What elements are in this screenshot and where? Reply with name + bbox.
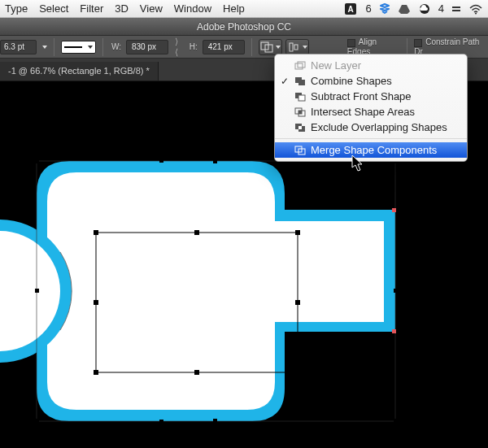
svg-rect-20 bbox=[295, 370, 300, 375]
width-field[interactable] bbox=[126, 40, 168, 54]
subtract-icon bbox=[294, 91, 306, 102]
link-wh-icon[interactable]: ⟩⟨ bbox=[172, 37, 185, 58]
menu-type[interactable]: Type bbox=[5, 2, 28, 15]
svg-rect-37 bbox=[298, 80, 305, 85]
svg-rect-14 bbox=[194, 230, 199, 235]
document-tab[interactable]: -1 @ 66.7% (Rectangle 1, RGB/8) * bbox=[0, 62, 159, 80]
menu-filter[interactable]: Filter bbox=[80, 2, 103, 15]
svg-point-5 bbox=[475, 12, 477, 14]
svg-rect-42 bbox=[298, 111, 302, 114]
path-operations-menu[interactable]: New Layer ✓ Combine Shapes Subtract Fron… bbox=[274, 54, 468, 162]
intersect-icon bbox=[294, 107, 306, 118]
height-field[interactable] bbox=[203, 40, 245, 54]
chevron-down-icon[interactable] bbox=[42, 46, 47, 49]
mac-menubar[interactable]: Type Select Filter 3D View Window Help A… bbox=[0, 0, 488, 18]
svg-rect-3 bbox=[452, 7, 460, 8]
svg-rect-33 bbox=[159, 420, 163, 424]
menu-item-subtract-front-shape[interactable]: Subtract Front Shape bbox=[275, 89, 467, 104]
google-drive-icon[interactable] bbox=[398, 3, 411, 15]
svg-rect-9 bbox=[294, 45, 298, 50]
menu-item-new-layer: New Layer bbox=[275, 58, 467, 73]
svg-rect-27 bbox=[213, 419, 217, 423]
svg-rect-29 bbox=[394, 289, 398, 293]
menu-item-merge-shape-components[interactable]: Merge Shape Components bbox=[275, 142, 467, 158]
svg-rect-31 bbox=[392, 329, 396, 333]
svg-rect-34 bbox=[295, 63, 303, 69]
stroke-weight-field[interactable]: 6.3 pt bbox=[0, 40, 37, 54]
menu-separator bbox=[275, 138, 467, 139]
menu-help[interactable]: Help bbox=[223, 2, 245, 15]
adobe-count: 6 bbox=[366, 2, 372, 15]
svg-rect-17 bbox=[295, 300, 300, 305]
svg-rect-22 bbox=[35, 159, 39, 163]
path-alignment-button[interactable] bbox=[285, 39, 309, 55]
svg-rect-25 bbox=[394, 419, 398, 423]
svg-rect-24 bbox=[35, 419, 39, 423]
svg-rect-30 bbox=[392, 208, 396, 212]
creative-cloud-icon[interactable] bbox=[417, 3, 432, 15]
svg-rect-8 bbox=[290, 43, 293, 51]
path-operations-button[interactable] bbox=[259, 39, 282, 55]
menu-select[interactable]: Select bbox=[39, 2, 68, 15]
menu-item-exclude-overlapping-shapes[interactable]: Exclude Overlapping Shapes bbox=[275, 120, 467, 135]
svg-rect-26 bbox=[213, 159, 217, 163]
height-label: H: bbox=[190, 42, 198, 51]
stroke-style-swatch[interactable] bbox=[61, 41, 96, 54]
menu-item-combine-shapes[interactable]: ✓ Combine Shapes bbox=[275, 73, 467, 89]
cloud-count: 4 bbox=[438, 2, 444, 15]
svg-rect-15 bbox=[295, 230, 300, 235]
exclude-icon bbox=[294, 122, 306, 133]
svg-rect-13 bbox=[94, 230, 98, 235]
menu-view[interactable]: View bbox=[140, 2, 163, 15]
width-label: W: bbox=[111, 42, 121, 51]
height-input[interactable] bbox=[207, 41, 242, 52]
svg-rect-32 bbox=[159, 159, 163, 163]
combine-icon bbox=[294, 76, 306, 87]
dropbox-icon[interactable] bbox=[378, 3, 391, 15]
wifi-icon[interactable] bbox=[468, 3, 483, 15]
menu-3d[interactable]: 3D bbox=[115, 2, 129, 15]
svg-rect-18 bbox=[94, 370, 98, 375]
svg-rect-35 bbox=[298, 62, 305, 67]
svg-rect-16 bbox=[94, 300, 98, 305]
merge-icon bbox=[294, 145, 306, 156]
app-title: Adobe Photoshop CC bbox=[197, 21, 291, 33]
width-input[interactable] bbox=[130, 41, 166, 52]
check-icon: ✓ bbox=[280, 76, 290, 87]
adobe-notification-icon[interactable]: A bbox=[345, 3, 359, 15]
new-layer-icon bbox=[294, 60, 306, 72]
svg-text:A: A bbox=[347, 5, 353, 14]
menu-extra-icon[interactable] bbox=[451, 3, 462, 15]
menu-item-intersect-shape-areas[interactable]: Intersect Shape Areas bbox=[275, 104, 467, 120]
svg-rect-45 bbox=[298, 126, 302, 129]
svg-rect-19 bbox=[194, 370, 199, 375]
svg-rect-28 bbox=[35, 289, 39, 293]
svg-rect-39 bbox=[298, 95, 305, 101]
app-title-bar: Adobe Photoshop CC bbox=[0, 18, 488, 36]
svg-rect-4 bbox=[452, 10, 460, 11]
menu-window[interactable]: Window bbox=[174, 2, 211, 15]
